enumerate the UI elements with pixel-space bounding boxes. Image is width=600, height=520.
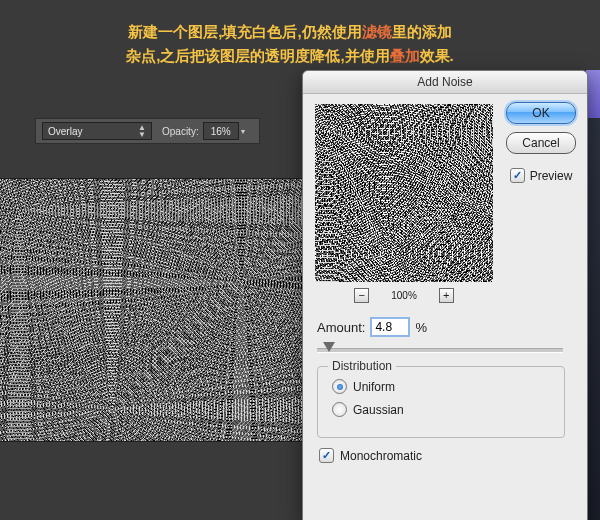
noise-preview[interactable]: [315, 104, 493, 282]
preview-checkbox[interactable]: [510, 168, 525, 183]
blend-mode-value: Overlay: [48, 126, 82, 137]
add-noise-dialog: Add Noise − 100% + OK Cancel Preview Amo…: [302, 70, 588, 520]
distribution-legend: Distribution: [328, 359, 396, 373]
caption-seg: 效果.: [420, 47, 454, 64]
preview-checkbox-row[interactable]: Preview: [510, 168, 573, 183]
zoom-in-button[interactable]: +: [439, 288, 454, 303]
caption-accent: 叠加: [390, 47, 420, 64]
slider-track: [317, 348, 563, 353]
opacity-label: Opacity:: [162, 126, 199, 137]
preview-checkbox-label: Preview: [530, 169, 573, 183]
caption-text: 新建一个图层,填充白色后,仍然使用滤镜里的添加 杂点,之后把该图层的透明度降低,…: [0, 20, 580, 68]
options-bar: Overlay ▲▼ Opacity: 16% ▾: [35, 118, 260, 144]
uniform-label: Uniform: [353, 380, 395, 394]
uniform-radio-row[interactable]: Uniform: [332, 379, 404, 394]
dialog-title: Add Noise: [417, 75, 472, 89]
opacity-input[interactable]: 16%: [203, 122, 239, 140]
slider-thumb[interactable]: [323, 342, 335, 352]
amount-label: Amount:: [317, 320, 365, 335]
zoom-out-button[interactable]: −: [354, 288, 369, 303]
gaussian-radio[interactable]: [332, 402, 347, 417]
caption-accent: 滤镜: [362, 23, 392, 40]
uniform-radio[interactable]: [332, 379, 347, 394]
zoom-controls: − 100% +: [315, 288, 493, 303]
background-app-sliver: [586, 70, 600, 118]
dialog-body: − 100% + OK Cancel Preview Amount: %: [303, 94, 587, 114]
amount-input[interactable]: [371, 318, 409, 336]
monochromatic-label: Monochromatic: [340, 449, 422, 463]
gaussian-radio-row[interactable]: Gaussian: [332, 402, 404, 417]
caption-seg: 新建一个图层,填充白色后,仍然使用: [128, 23, 361, 40]
cancel-button[interactable]: Cancel: [506, 132, 576, 154]
distribution-group: Distribution Uniform Gaussian: [317, 366, 565, 438]
canvas-preview[interactable]: [0, 178, 318, 442]
dialog-titlebar[interactable]: Add Noise: [303, 71, 587, 94]
amount-unit: %: [415, 320, 427, 335]
dialog-button-column: OK Cancel Preview: [505, 102, 577, 183]
opacity-flyout-icon[interactable]: ▾: [241, 127, 245, 136]
monochromatic-row[interactable]: Monochromatic: [319, 448, 422, 463]
zoom-percent: 100%: [391, 290, 417, 301]
panel-strip: [586, 118, 600, 520]
gaussian-label: Gaussian: [353, 403, 404, 417]
select-arrows-icon: ▲▼: [138, 124, 146, 138]
ok-button[interactable]: OK: [506, 102, 576, 124]
caption-seg: 杂点,之后把该图层的透明度降低,并使用: [126, 47, 389, 64]
tutorial-stage: 新建一个图层,填充白色后,仍然使用滤镜里的添加 杂点,之后把该图层的透明度降低,…: [0, 0, 600, 520]
monochromatic-checkbox[interactable]: [319, 448, 334, 463]
blend-mode-select[interactable]: Overlay ▲▼: [42, 122, 152, 140]
amount-row: Amount: %: [317, 318, 427, 336]
caption-seg: 里的添加: [392, 23, 452, 40]
amount-slider[interactable]: [317, 342, 563, 356]
